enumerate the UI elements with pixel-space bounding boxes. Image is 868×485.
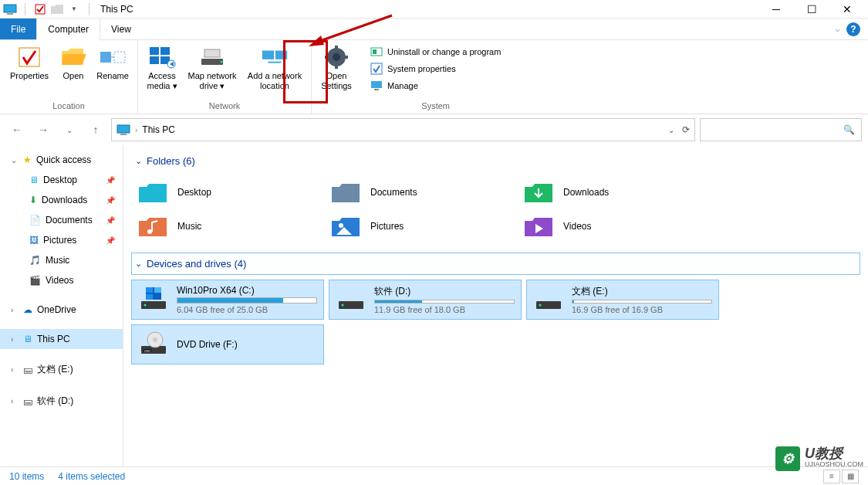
chevron-down-icon[interactable]: ⌄ (11, 156, 19, 164)
drive-c[interactable]: Win10Pro X64 (C:) 6.04 GB free of 25.0 G… (131, 280, 324, 320)
access-media-button[interactable]: Access media ▾ (144, 43, 180, 93)
view-details-button[interactable]: ≡ (823, 470, 840, 483)
open-button[interactable]: Open (57, 43, 90, 83)
sidebar-drive-e[interactable]: ›🖴文档 (E:) (0, 358, 123, 381)
back-button[interactable]: ← (6, 119, 28, 141)
svg-rect-4 (100, 52, 111, 63)
titlebar: ▼ This PC ─ ☐ ✕ (0, 0, 868, 19)
address-dropdown-icon[interactable]: ⌄ (668, 126, 674, 134)
svg-rect-29 (117, 125, 130, 133)
drive-f[interactable]: DVD DVD Drive (F:) (131, 324, 324, 365)
folder-videos[interactable]: Videos (517, 209, 710, 243)
window-controls: ─ ☐ ✕ (758, 0, 865, 19)
svg-rect-23 (373, 49, 377, 54)
system-properties-button[interactable]: System properties (367, 62, 504, 76)
folder-desktop[interactable]: Desktop (131, 175, 324, 209)
music-folder-icon (137, 214, 168, 239)
sidebar-quick-access[interactable]: ⌄ ★ Quick access (0, 150, 123, 170)
chevron-right-icon[interactable]: › (135, 126, 137, 134)
chevron-right-icon[interactable]: › (11, 397, 19, 405)
close-button[interactable]: ✕ (829, 0, 865, 19)
help-icon[interactable]: ? (846, 22, 860, 36)
content-pane: ⌄ Folders (6) Desktop Documents Download… (123, 145, 868, 466)
svg-rect-30 (120, 134, 127, 135)
up-button[interactable]: ↑ (85, 119, 106, 141)
music-icon: 🎵 (29, 255, 41, 266)
chevron-right-icon[interactable]: › (11, 335, 19, 344)
section-folders[interactable]: ⌄ Folders (6) (131, 150, 860, 172)
quick-access-toolbar: ▼ (3, 2, 94, 16)
map-drive-button[interactable]: Map network drive ▾ (184, 43, 240, 93)
folder-music[interactable]: Music (131, 209, 324, 243)
rename-button[interactable]: Rename (94, 43, 131, 83)
qat-dropdown-icon[interactable]: ▼ (67, 2, 81, 16)
drive-icon: 🖴 (23, 396, 32, 407)
status-item-count: 10 items (9, 471, 44, 482)
map-drive-icon (198, 45, 226, 70)
ribbon-right: ⌵ ? (835, 19, 868, 39)
sidebar-music[interactable]: 🎵Music (0, 250, 123, 270)
svg-rect-19 (335, 64, 338, 69)
sidebar-drive-d[interactable]: ›🖴软件 (D:) (0, 390, 123, 412)
manage-button[interactable]: Manage (367, 79, 504, 93)
search-input[interactable]: 🔍 (700, 118, 862, 141)
svg-point-12 (221, 61, 223, 63)
sidebar-desktop[interactable]: 🖥Desktop📌 (0, 170, 123, 190)
tab-computer[interactable]: Computer (37, 19, 100, 40)
sidebar-onedrive[interactable]: ›☁OneDrive (0, 300, 123, 320)
refresh-icon[interactable]: ⟳ (682, 124, 690, 135)
access-media-icon (148, 45, 176, 70)
add-location-button[interactable]: Add a network location (245, 43, 305, 93)
rename-icon (99, 45, 127, 70)
drive-e-icon (533, 285, 564, 313)
maximize-button[interactable]: ☐ (794, 0, 829, 19)
chevron-down-icon: ⌄ (135, 259, 142, 269)
ribbon-tabs: File Computer View ⌵ ? (0, 19, 868, 40)
drive-e[interactable]: 文档 (E:) 16.9 GB free of 16.9 GB (526, 280, 719, 320)
downloads-icon: ⬇ (29, 195, 37, 205)
drive-d-icon (336, 285, 366, 313)
section-drives[interactable]: ⌄ Devices and drives (4) (131, 253, 860, 275)
documents-icon: 📄 (29, 215, 41, 226)
properties-button[interactable]: Properties (6, 43, 52, 83)
folder-pictures[interactable]: Pictures (324, 209, 517, 243)
pc-icon: 🖥 (23, 334, 32, 344)
sidebar-documents[interactable]: 📄Documents📌 (0, 210, 123, 230)
drive-d[interactable]: 软件 (D:) 11.9 GB free of 18.0 GB (329, 280, 522, 320)
manage-icon (370, 80, 383, 92)
sidebar-videos[interactable]: 🎬Videos (0, 270, 123, 290)
svg-rect-39 (154, 294, 161, 300)
folder-documents[interactable]: Documents (324, 175, 517, 209)
folder-downloads[interactable]: Downloads (517, 175, 710, 209)
forward-button[interactable]: → (32, 119, 54, 141)
chevron-right-icon[interactable]: › (11, 365, 19, 374)
pin-icon: 📌 (106, 236, 115, 245)
sidebar-this-pc[interactable]: ›🖥This PC (0, 329, 123, 349)
desktop-icon: 🖥 (29, 175, 39, 185)
recent-dropdown[interactable]: ⌄ (59, 119, 80, 141)
gear-icon (323, 45, 350, 70)
ribbon-collapse-icon[interactable]: ⌵ (835, 24, 840, 34)
open-settings-button[interactable]: OpenSettings (318, 43, 355, 93)
tab-view[interactable]: View (100, 19, 142, 39)
ribbon-group-system: Uninstall or change a program System pro… (361, 40, 510, 114)
sidebar-downloads[interactable]: ⬇Downloads📌 (0, 190, 123, 210)
qat-checkbox-icon[interactable] (33, 2, 47, 16)
view-icons-button[interactable]: ▦ (842, 470, 859, 483)
sidebar-pictures[interactable]: 🖼Pictures📌 (0, 230, 123, 250)
svg-rect-6 (150, 47, 159, 55)
pc-icon (117, 124, 130, 135)
svg-rect-3 (19, 48, 39, 66)
address-bar[interactable]: › This PC ⌄ ⟳ (111, 118, 695, 141)
chevron-right-icon[interactable]: › (11, 306, 19, 314)
sidebar: ⌄ ★ Quick access 🖥Desktop📌 ⬇Downloads📌 📄… (0, 145, 123, 466)
tab-file[interactable]: File (0, 19, 37, 39)
uninstall-button[interactable]: Uninstall or change a program (367, 45, 504, 59)
statusbar: 10 items 4 items selected ≡ ▦ (0, 466, 868, 485)
add-location-icon (261, 45, 289, 70)
minimize-button[interactable]: ─ (758, 0, 794, 19)
svg-point-48 (153, 337, 157, 342)
drive-e-bar (572, 300, 712, 304)
folder-icon[interactable] (50, 2, 64, 16)
main-area: ⌄ ★ Quick access 🖥Desktop📌 ⬇Downloads📌 📄… (0, 145, 868, 466)
